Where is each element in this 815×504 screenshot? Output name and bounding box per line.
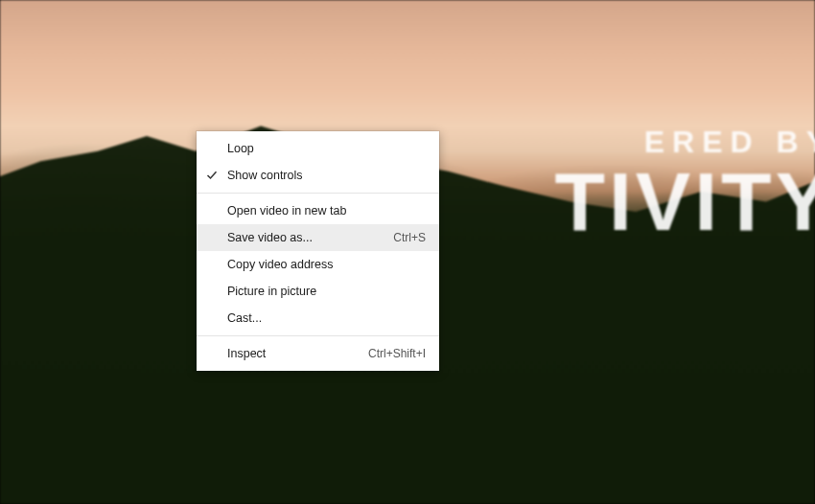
menu-label: Inspect [227, 347, 357, 360]
menu-item-show-controls[interactable]: Show controls [197, 162, 439, 189]
menu-label: Loop [227, 142, 426, 155]
menu-shortcut: Ctrl+Shift+I [368, 347, 426, 360]
menu-label: Open video in new tab [227, 204, 426, 218]
menu-label: Cast... [227, 311, 426, 325]
menu-label: Copy video address [227, 258, 426, 271]
menu-item-cast[interactable]: Cast... [197, 305, 439, 332]
menu-shortcut: Ctrl+S [393, 231, 426, 244]
menu-label: Picture in picture [227, 285, 426, 298]
menu-item-pip[interactable]: Picture in picture [197, 278, 439, 305]
menu-label: Save video as... [227, 231, 382, 244]
check-icon [197, 170, 227, 181]
menu-separator [197, 193, 439, 194]
menu-separator [197, 335, 439, 336]
menu-item-loop[interactable]: Loop [197, 135, 439, 162]
menu-item-copy-address[interactable]: Copy video address [197, 251, 439, 278]
menu-label: Show controls [227, 169, 426, 182]
menu-item-open-new-tab[interactable]: Open video in new tab [197, 197, 439, 224]
menu-item-save-as[interactable]: Save video as...Ctrl+S [197, 224, 439, 251]
menu-item-inspect[interactable]: InspectCtrl+Shift+I [197, 340, 439, 367]
video-context-menu[interactable]: LoopShow controlsOpen video in new tabSa… [197, 131, 439, 371]
